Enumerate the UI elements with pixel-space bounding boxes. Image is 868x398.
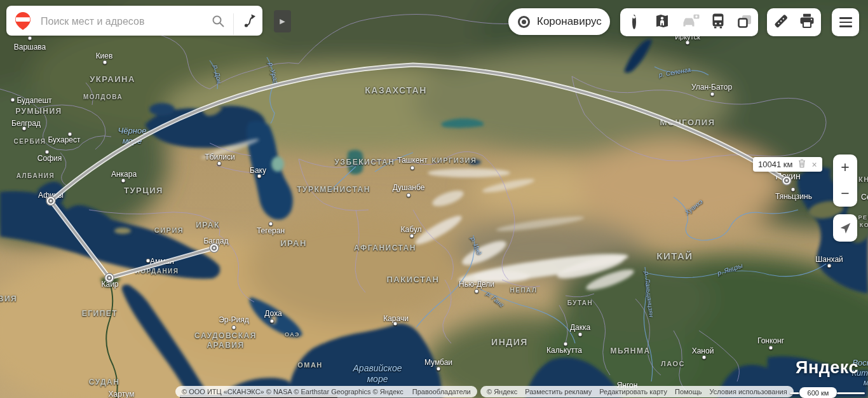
ruler-icon[interactable] (773, 13, 789, 32)
measure-print-toolbar (767, 8, 821, 36)
rights-holders-link[interactable]: Правообладатели (412, 388, 471, 395)
scale-label: 600 км (808, 389, 829, 397)
covid-target-icon (518, 16, 530, 28)
attribution-link[interactable]: Помощь (675, 388, 702, 395)
ruler-overlay[interactable] (0, 0, 868, 398)
covid-button[interactable]: Коронавирус (508, 8, 610, 35)
map-tools-toolbar (620, 8, 758, 36)
attribution-link[interactable]: Разместить рекламу (525, 388, 592, 395)
ruler-point-Пекин[interactable] (782, 176, 791, 185)
search-input[interactable] (39, 6, 206, 37)
covid-label: Коронавирус (537, 15, 602, 28)
yandex-copyright[interactable]: © Яндекс (487, 388, 517, 395)
yandex-maps-app: ВаршаваКиевБудапештБелградБухарестСофияА… (0, 0, 868, 398)
traffic-cameras-icon[interactable] (683, 15, 700, 31)
scale-indicator: 600 км (799, 387, 837, 398)
play-icon: ▶ (280, 17, 285, 25)
scale-line-left (790, 392, 799, 394)
close-icon[interactable]: × (811, 160, 817, 169)
copyright-providers: © ООО ИТЦ «СКАНЭКС» © NASA © Earthstar G… (182, 388, 403, 395)
yandex-logo: Яндекс (796, 358, 858, 378)
ruler-line[interactable] (51, 65, 787, 201)
attribution-link[interactable]: Условия использования (710, 388, 787, 395)
attribution-right: © Яндекс Разместить рекламуРедактировать… (480, 386, 794, 397)
search-divider (233, 13, 234, 35)
attribution-left: © ООО ИТЦ «СКАНЭКС» © NASA © Earthstar G… (175, 386, 477, 397)
trash-icon[interactable] (798, 159, 806, 170)
geolocation-button[interactable] (833, 214, 857, 242)
ruler-point-Афины[interactable] (46, 196, 55, 205)
ruler-line-halo (51, 201, 214, 278)
zoom-controls: + − (833, 154, 857, 207)
distance-badge: 10041 км × (753, 157, 822, 172)
routes-icon[interactable] (242, 13, 259, 32)
distance-value: 10041 км (758, 160, 792, 169)
yandex-logo-pin-icon[interactable] (15, 12, 31, 32)
ruler-point-Каир[interactable] (105, 273, 114, 282)
hamburger-icon (839, 17, 852, 19)
menu-button[interactable] (832, 8, 859, 36)
navigation-arrow-icon (838, 221, 852, 235)
zoom-in-button[interactable]: + (833, 154, 857, 181)
scale-line-right (837, 392, 865, 394)
expand-panel-button[interactable]: ▶ (274, 10, 291, 32)
attribution-link[interactable]: Редактировать карту (599, 388, 667, 395)
public-transport-icon[interactable] (712, 13, 725, 32)
print-icon[interactable] (799, 14, 815, 31)
ruler-point-Багдад[interactable] (210, 244, 219, 252)
street-view-person-icon[interactable] (654, 13, 670, 31)
ruler-line-halo (51, 65, 787, 201)
search-icon[interactable] (211, 14, 225, 31)
panoramas-icon[interactable] (632, 17, 636, 28)
zoom-out-button[interactable]: − (833, 181, 857, 207)
ruler-line[interactable] (51, 201, 214, 278)
layers-icon[interactable] (737, 13, 752, 31)
search-bar (6, 6, 262, 36)
